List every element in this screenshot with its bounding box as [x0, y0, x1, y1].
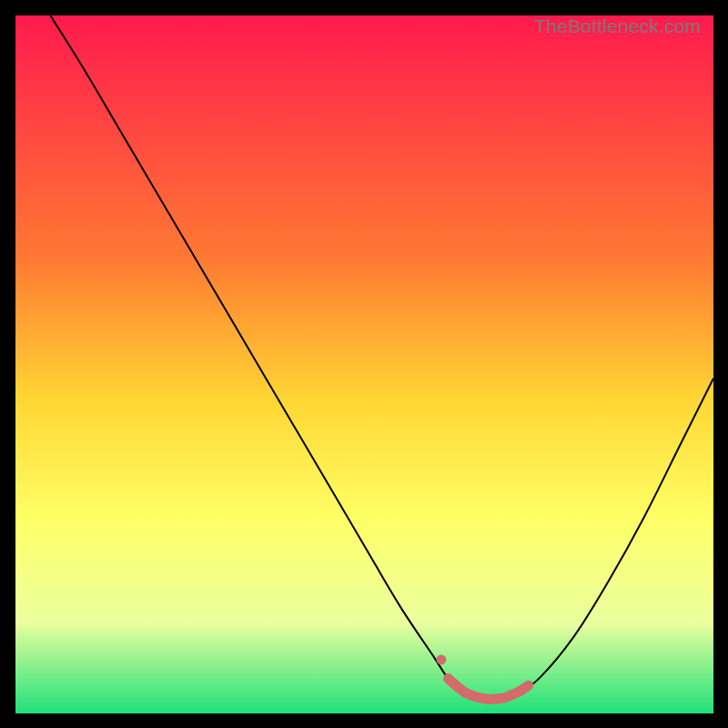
- bottleneck-plot: [15, 15, 713, 713]
- chart-frame: TheBottleneck.com: [15, 15, 713, 713]
- gradient-bg: [15, 15, 713, 713]
- watermark: TheBottleneck.com: [534, 15, 701, 37]
